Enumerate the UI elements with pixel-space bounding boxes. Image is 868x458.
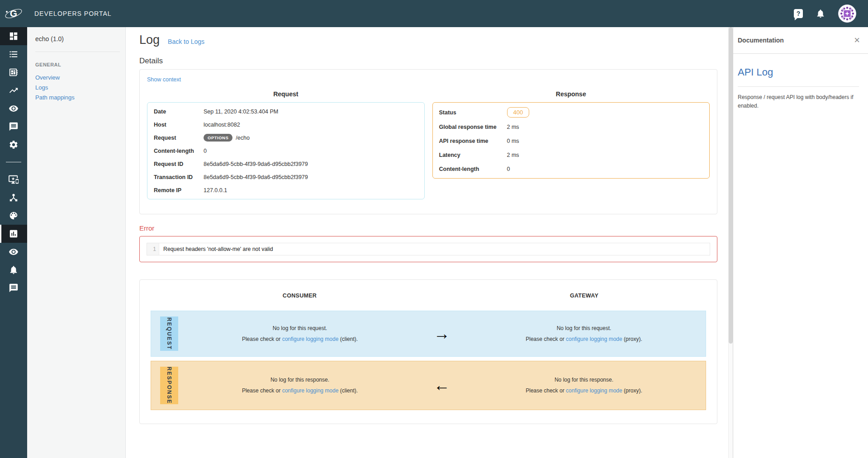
check-prefix: Please check or [526, 336, 566, 342]
api-name: echo (1.0) [35, 35, 120, 42]
row-label: Request ID [154, 161, 204, 167]
row-value: 8e5da6d9-5cbb-4f39-9da6-d95cbb2f3979 [204, 161, 308, 167]
table-row: Request OPTIONS /echo [147, 131, 424, 144]
client-suffix: (client). [338, 387, 358, 394]
developer-board-icon [9, 67, 19, 77]
scrollbar-thumb[interactable] [729, 27, 733, 344]
page-title: Log [139, 33, 160, 47]
response-column: Response Status 400 Global response time… [432, 84, 710, 199]
check-logging-text: Please check or configure logging mode (… [526, 387, 642, 394]
sidebar-divider [35, 52, 120, 52]
rail-item-analytics[interactable] [0, 225, 27, 243]
configure-logging-mode-link[interactable]: configure logging mode [282, 336, 339, 342]
request-response-columns: Request Date Sep 11, 2020 4:02:53.404 PM… [147, 84, 710, 199]
table-row: Host localhost:8082 [147, 118, 424, 131]
eye-icon [9, 104, 19, 113]
row-label: Content-length [154, 148, 204, 154]
doc-page-heading: API Log [738, 66, 859, 78]
eye-icon [9, 247, 19, 257]
row-label: Host [154, 122, 204, 128]
rail-item-messages[interactable] [0, 118, 27, 136]
api-sidebar: echo (1.0) GENERAL Overview Logs Path ma… [27, 27, 126, 458]
scrollbar-track[interactable] [728, 27, 733, 458]
sidebar-item-overview[interactable]: Overview [35, 73, 120, 83]
table-row: Remote IP 127.0.0.1 [147, 184, 424, 197]
gravitee-logo[interactable]: G [0, 6, 27, 21]
show-context-link[interactable]: Show context [147, 76, 181, 83]
rail-item-settings[interactable] [0, 136, 27, 154]
gateway-response-cell: No log for this response. Please check o… [462, 361, 706, 410]
help-icon[interactable]: ? [794, 9, 803, 18]
consumer-response-cell: No log for this response. Please check o… [178, 361, 422, 410]
rail-item-theme[interactable] [0, 207, 27, 225]
gateway-header: GATEWAY [462, 293, 706, 299]
doc-description: Response / request API log with body/hea… [738, 93, 859, 110]
details-card: Show context Request Date Sep 11, 2020 4… [139, 69, 717, 214]
important-devices-icon [9, 175, 19, 184]
row-value: Sep 11, 2020 4:02:53.404 PM [204, 109, 278, 115]
configure-logging-mode-link[interactable]: configure logging mode [566, 336, 622, 342]
request-column: Request Date Sep 11, 2020 4:02:53.404 PM… [147, 84, 425, 199]
list-icon [9, 49, 19, 59]
request-table: Date Sep 11, 2020 4:02:53.404 PM Host lo… [147, 102, 425, 199]
rail-item-analytics-trend[interactable] [0, 81, 27, 99]
check-logging-text: Please check or configure logging mode (… [242, 336, 358, 342]
notifications-icon[interactable] [816, 9, 825, 19]
back-to-logs-link[interactable]: Back to Logs [168, 38, 204, 45]
error-message: Request headers 'not-allow-me' are not v… [159, 243, 273, 255]
page-head: Log Back to Logs [139, 33, 717, 47]
chat-icon [9, 122, 19, 132]
gateway-request-cell: No log for this request. Please check or… [462, 311, 706, 356]
rail-item-alerts[interactable] [0, 261, 27, 279]
request-flow-label: REQUEST [160, 316, 178, 351]
table-row: Transaction ID 8e5da6d9-5cbb-4f39-9da6-d… [147, 170, 424, 184]
row-value: 0 ms [507, 138, 519, 144]
table-row: Content-length 0 [433, 162, 710, 176]
configure-logging-mode-link[interactable]: configure logging mode [282, 387, 339, 394]
row-label: Content-length [439, 166, 507, 172]
configure-logging-mode-link[interactable]: configure logging mode [566, 387, 622, 394]
rail-item-feedback[interactable] [0, 279, 27, 297]
trending-up-icon [9, 85, 19, 95]
error-heading: Error [139, 224, 717, 232]
user-avatar[interactable] [838, 5, 856, 23]
rail-item-observability[interactable] [0, 243, 27, 261]
icon-rail [0, 27, 27, 458]
check-prefix: Please check or [526, 387, 566, 394]
rail-item-audit[interactable] [0, 99, 27, 118]
documentation-header: Documentation × [733, 27, 868, 54]
table-row: Content-length 0 [147, 144, 424, 157]
sidebar-item-path-mappings[interactable]: Path mappings [35, 93, 120, 103]
check-logging-text: Please check or configure logging mode (… [242, 387, 358, 394]
sidebar-item-logs[interactable]: Logs [35, 83, 120, 93]
error-card: 1 Request headers 'not-allow-me' are not… [139, 236, 717, 262]
response-table: Status 400 Global response time 2 ms API… [432, 102, 710, 179]
dashboard-icon [9, 31, 19, 41]
row-value: 0 [507, 166, 510, 172]
rail-item-applications[interactable] [0, 170, 27, 189]
topbar-actions: ? [794, 5, 856, 23]
sidebar-section-title: GENERAL [35, 62, 120, 67]
line-number: 1 [147, 243, 159, 255]
check-logging-text: Please check or configure logging mode (… [526, 336, 642, 342]
arrow-left-icon: ← [422, 361, 462, 410]
table-row: Latency 2 ms [433, 148, 710, 162]
documentation-panel: Documentation × API Log Response / reque… [733, 27, 868, 458]
palette-icon [9, 211, 19, 221]
close-icon[interactable]: × [854, 35, 860, 45]
rail-item-gateways[interactable] [0, 189, 27, 207]
rail-item-dashboard[interactable] [0, 27, 27, 45]
row-label: Date [154, 109, 204, 115]
details-heading: Details [139, 57, 717, 66]
request-table-title: Request [147, 90, 425, 98]
rail-item-list[interactable] [0, 45, 27, 63]
rail-item-apis[interactable] [0, 63, 27, 81]
chat-icon [9, 283, 19, 293]
svg-text:G: G [10, 8, 17, 19]
device-hub-icon [9, 193, 19, 203]
analytics-icon [9, 229, 19, 239]
documentation-body: API Log Response / request API log with … [733, 54, 868, 110]
row-label: Remote IP [154, 187, 204, 194]
consumer-header: CONSUMER [178, 293, 422, 299]
row-label: Request [154, 135, 204, 141]
